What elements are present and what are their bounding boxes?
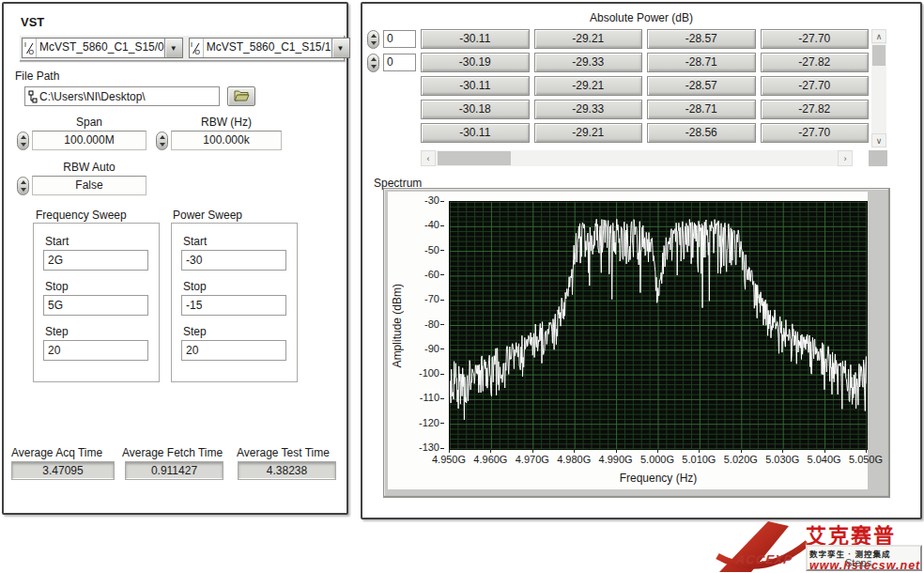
- increment-icon[interactable]: [160, 135, 165, 139]
- average-test-time-value: 4.38238: [238, 461, 336, 480]
- plot-area[interactable]: [449, 201, 868, 450]
- power-start-input[interactable]: -30: [181, 250, 286, 271]
- accexp-logo-text: ACCEXP: [735, 552, 793, 566]
- table-vertical-scrollbar[interactable]: ∧ ∨: [871, 29, 886, 147]
- chevron-down-icon[interactable]: ▼: [331, 39, 349, 57]
- x-axis-title: Frequency (Hz): [449, 472, 868, 485]
- decrement-icon[interactable]: [21, 188, 26, 192]
- increment-icon[interactable]: [21, 180, 26, 184]
- results-panel: Absolute Power (dB) 0 0 -30.11-29.21-28.…: [361, 2, 922, 519]
- table-cell[interactable]: -29.21: [534, 76, 643, 96]
- power-table-grid: -30.11-29.21-28.57-27.70-30.19-29.33-28.…: [421, 29, 869, 143]
- frequency-sweep-group: Start 2G Stop 5G Step 20: [33, 223, 160, 382]
- average-fetch-time-value: 0.911427: [125, 461, 223, 480]
- table-cell[interactable]: -28.56: [647, 123, 756, 143]
- table-row-index-spinner[interactable]: [367, 30, 379, 49]
- y-axis-title: Amplitude (dBm): [390, 201, 405, 450]
- freq-stop-input[interactable]: 5G: [43, 295, 148, 316]
- spectrum-graph: Amplitude (dBm) Frequency (Hz) -30-40-50…: [383, 188, 890, 498]
- x-tick-mark: [449, 449, 450, 453]
- decrement-icon[interactable]: [371, 41, 377, 45]
- table-cell[interactable]: -30.11: [421, 76, 530, 96]
- file-path-value: C:\Users\NI\Desktop\: [39, 90, 219, 103]
- freq-step-input[interactable]: 20: [43, 340, 148, 361]
- span-increment-decrement[interactable]: [17, 132, 29, 150]
- increment-icon[interactable]: [371, 57, 377, 61]
- x-tick-mark: [741, 449, 742, 453]
- rbw-auto-increment-decrement[interactable]: [17, 177, 29, 195]
- vst-device-dropdown-1[interactable]: IO McVST_5860_C1_S15/1 ▼: [189, 38, 350, 58]
- folder-icon: [234, 89, 250, 104]
- table-cell[interactable]: -27.70: [761, 76, 870, 96]
- y-tick-label: -120: [407, 417, 444, 428]
- table-cell[interactable]: -28.71: [647, 100, 756, 119]
- watermark-overlay-text: Steps: [845, 557, 871, 568]
- decrement-icon[interactable]: [21, 143, 26, 147]
- average-acq-time-label: Average Acq Time: [11, 446, 102, 459]
- hscroll-track[interactable]: [436, 150, 838, 166]
- vscroll-track[interactable]: [871, 43, 886, 133]
- vst-device-dropdown-0[interactable]: IO McVST_5860_C1_S15/0 ▼: [22, 38, 183, 58]
- watermark-banner: 数字孪生 · 测控集成 www.hstecsw.net Steps: [806, 545, 922, 571]
- table-cell[interactable]: -30.11: [421, 29, 530, 49]
- svg-text:I: I: [24, 41, 26, 48]
- scroll-right-icon[interactable]: ›: [838, 150, 853, 166]
- increment-icon[interactable]: [371, 34, 377, 38]
- y-tick-label: -100: [407, 367, 444, 379]
- scroll-down-icon[interactable]: ∨: [871, 133, 886, 147]
- table-cell[interactable]: -30.11: [421, 123, 530, 143]
- scroll-left-icon[interactable]: ‹: [421, 150, 436, 166]
- table-cell[interactable]: -29.21: [534, 29, 643, 49]
- increment-icon[interactable]: [21, 135, 26, 139]
- power-stop-input[interactable]: -15: [181, 295, 286, 316]
- freq-start-input[interactable]: 2G: [43, 250, 148, 271]
- file-path-input[interactable]: C:\Users\NI\Desktop\: [24, 86, 220, 106]
- x-tick-mark: [824, 449, 825, 453]
- table-col-index-value[interactable]: 0: [383, 54, 416, 71]
- power-sweep-group: Start -30 Stop -15 Step 20: [171, 223, 298, 382]
- vst-settings-panel: VST IO McVST_5860_C1_S15/0 ▼ IO McVST_58…: [2, 2, 348, 515]
- vscroll-thumb[interactable]: [872, 45, 886, 66]
- rbw-increment-decrement[interactable]: [156, 132, 168, 150]
- frequency-sweep-label: Frequency Sweep: [36, 209, 127, 222]
- hscroll-thumb[interactable]: [438, 151, 511, 165]
- table-col-index-spinner[interactable]: [367, 54, 379, 72]
- scrollbar-corner: [869, 150, 887, 166]
- browse-folder-button[interactable]: [227, 86, 255, 106]
- svg-text:O: O: [28, 49, 34, 55]
- table-cell[interactable]: -30.18: [421, 100, 530, 119]
- x-tick-mark: [782, 449, 783, 453]
- span-input[interactable]: 100.000M: [32, 131, 146, 150]
- table-cell[interactable]: -27.70: [761, 29, 870, 49]
- table-horizontal-scrollbar[interactable]: ‹ ›: [421, 150, 853, 166]
- power-sweep-label: Power Sweep: [173, 209, 242, 222]
- power-step-label: Step: [183, 325, 207, 338]
- chevron-down-icon[interactable]: ▼: [164, 39, 182, 57]
- freq-step-label: Step: [45, 325, 69, 338]
- y-tick-label: -110: [407, 392, 444, 403]
- io-name-icon: IO: [23, 39, 37, 57]
- x-tick-mark: [657, 449, 658, 453]
- decrement-icon[interactable]: [160, 143, 165, 147]
- power-step-input[interactable]: 20: [181, 340, 286, 361]
- table-cell[interactable]: -29.33: [534, 53, 643, 72]
- decrement-icon[interactable]: [371, 65, 377, 69]
- rbw-auto-input[interactable]: False: [32, 176, 146, 195]
- rbw-input[interactable]: 100.000k: [171, 131, 282, 150]
- table-cell[interactable]: -28.57: [647, 29, 756, 49]
- average-test-time-label: Average Test Time: [237, 446, 330, 459]
- table-cell[interactable]: -27.82: [761, 100, 870, 119]
- vst-device-cluster: IO McVST_5860_C1_S15/0 ▼ IO McVST_5860_C…: [19, 35, 345, 61]
- table-cell[interactable]: -29.33: [534, 100, 643, 119]
- table-cell[interactable]: -27.70: [761, 123, 870, 143]
- table-row-index-value[interactable]: 0: [383, 30, 416, 48]
- table-cell[interactable]: -28.57: [647, 76, 756, 96]
- svg-text:O: O: [195, 49, 201, 55]
- y-tick-label: -130: [407, 441, 444, 453]
- scroll-up-icon[interactable]: ∧: [871, 29, 886, 43]
- table-cell[interactable]: -29.21: [534, 123, 643, 143]
- table-cell[interactable]: -27.82: [761, 53, 870, 72]
- table-cell[interactable]: -28.71: [647, 53, 756, 72]
- table-cell[interactable]: -30.19: [421, 53, 530, 72]
- x-tick-mark: [699, 449, 700, 453]
